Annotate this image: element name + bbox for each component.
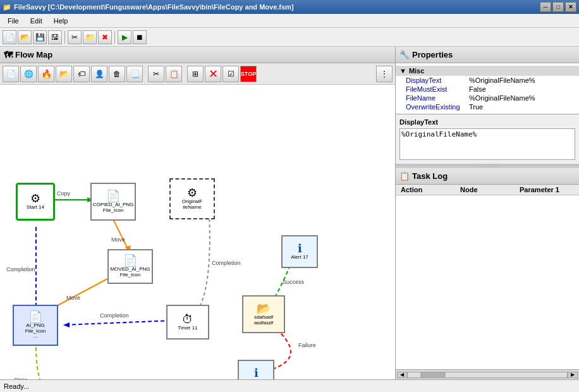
status-text: Ready... [4,383,29,390]
node-start14[interactable]: ⚙ Start 14 [16,183,55,221]
node-alert17-top[interactable]: ℹ Alert 17 [281,235,318,268]
props-key-overwrite[interactable]: OverwriteExisting [406,103,469,111]
node-ai-png[interactable]: 📄 AI_PNGFile_Icon... [13,305,58,346]
flow-trash-btn[interactable]: 🗑 [109,66,125,82]
menu-help[interactable]: Help [49,16,73,26]
tasklog-table[interactable]: Action Node Parameter 1 [396,185,579,369]
tasklog-header: 📋 Task Log [396,168,579,185]
tasklog-col-param1: Parameter 1 [517,186,576,193]
flow-check-btn[interactable]: ☑ [222,66,239,82]
flow-tag-btn[interactable]: 🏷 [73,66,90,82]
minimize-button[interactable]: ─ [540,2,551,12]
flow-cut-btn[interactable]: ✂ [148,66,164,82]
properties-header: 🔧 Properties [396,47,579,63]
run-button[interactable]: ▶ [118,30,131,44]
display-text-label: DisplayText [399,117,575,127]
scroll-right-btn[interactable]: ▶ [568,372,578,378]
props-collapse-icon[interactable]: ▼ [399,67,406,75]
delete-button[interactable]: ✖ [98,30,112,44]
save-button[interactable]: 💾 [33,30,47,44]
node-copied-ai-label: COPIED_AI_PNGFile_Icon [93,202,133,214]
svg-text:Completion: Completion [100,312,129,319]
tasklog-header-row: Action Node Parameter 1 [396,185,579,195]
flow-person-btn[interactable]: 👤 [91,66,107,82]
tasklog-icon: 📋 [399,171,410,181]
maximize-button[interactable]: □ [552,2,564,12]
properties-content: ▼ Misc DisplayText %OriginalFileName% Fi… [396,63,579,114]
main-toolbar: 📄 📂 💾 🖫 ✂ 📁 ✖ ▶ ⏹ [0,28,579,47]
window-title: FileSavvy [C:\Development\Fungusware\App… [14,3,294,11]
tasklog-scrollbar[interactable]: ◀ ▶ [396,369,579,379]
node-timer11-icon: ⏱ [182,314,193,325]
tasklog-col-action: Action [398,186,458,193]
node-sdafsadf[interactable]: 📂 sdafsadfasdfasdf [242,295,285,333]
title-bar: 📁 FileSavvy [C:\Development\Fungusware\A… [0,0,579,14]
svg-text:Move: Move [66,295,80,301]
scrollbar-track[interactable] [407,372,568,378]
node-start14-label: Start 14 [27,205,44,211]
node-start14-icon: ⚙ [30,193,40,204]
svg-text:Copy: Copy [57,190,71,197]
node-originalfilename-top[interactable]: ⚙ OriginalFileName [169,178,215,219]
menu-file[interactable]: File [3,16,24,26]
node-originalfilename-top-label: OriginalFileName [182,199,202,211]
menu-edit[interactable]: Edit [25,16,47,26]
node-timer11[interactable]: ⏱ Timer 11 [166,305,209,340]
flow-new-btn[interactable]: 📄 [3,66,19,82]
props-val-filename: %OriginalFileName% [469,94,535,102]
node-copied-ai-icon: 📄 [106,190,120,202]
node-alert17-bot-icon: ℹ [254,367,259,379]
display-text-input[interactable]: %OriginalFileName% [399,128,575,160]
scroll-left-btn[interactable]: ◀ [397,372,407,378]
scrollbar-thumb[interactable] [420,372,446,377]
props-key-fileexist[interactable]: FileMustExist [406,85,469,93]
flow-canvas[interactable]: Completion Copy Move Move Completion [0,85,395,379]
svg-text:Store: Store [14,377,28,379]
props-section-label: Misc [409,67,424,75]
flow-header: 🗺 Flow Map [0,47,395,63]
close-button[interactable]: ✕ [565,2,576,12]
props-val-displaytext: %OriginalFileName% [469,77,535,84]
props-misc-header: ▼ Misc [396,66,579,76]
node-sdafsadf-icon: 📂 [257,303,271,314]
svg-text:Completion: Completion [6,266,35,273]
node-moved-ai-label: MOVED_AI_PNGFile_Icon [110,267,150,278]
props-row-displaytext: DisplayText %OriginalFileName% [396,76,579,85]
window-controls: ─ □ ✕ [540,2,576,12]
flow-fire-btn[interactable]: 🔥 [38,66,54,82]
new-button[interactable]: 📄 [3,30,16,44]
open-button[interactable]: 📂 [18,30,32,44]
open-folder-button[interactable]: 📁 [83,30,97,44]
flow-scroll-btn[interactable]: ⋮ [376,66,393,82]
flow-cross-btn[interactable]: ✕ [205,66,221,82]
flow-doc-btn[interactable]: 📃 [126,66,143,82]
right-panel: 🔧 Properties ▼ Misc DisplayText %Origina… [396,47,579,379]
properties-icon: 🔧 [399,50,410,59]
saveas-button[interactable]: 🖫 [48,30,62,44]
app-icon: 📁 [3,3,11,11]
flow-header-title: Flow Map [15,50,52,59]
flow-grid-btn[interactable]: ⊞ [187,66,204,82]
props-row-fileexist: FileMustExist False [396,85,579,94]
node-moved-ai-icon: 📄 [123,255,137,266]
node-ai-png-label: AI_PNGFile_Icon... [25,323,46,340]
node-alert17-bot[interactable]: ℹ Alert 17 [238,360,274,379]
properties-title: Properties [412,50,453,59]
svg-text:Completion: Completion [212,260,241,266]
flow-folder-btn[interactable]: 📂 [56,66,72,82]
flow-stop-btn[interactable]: STOP [240,66,257,82]
props-key-displaytext[interactable]: DisplayText [406,77,469,84]
node-originalfilename-top-icon: ⚙ [187,187,197,199]
flow-copy-btn[interactable]: 📋 [166,66,182,82]
svg-text:Move: Move [111,236,125,243]
node-copied-ai[interactable]: 📄 COPIED_AI_PNGFile_Icon [90,183,136,221]
node-sdafsadf-label: sdafsadfasdfasdf [254,315,273,326]
svg-text:Failure: Failure [298,342,316,348]
svg-text:Success: Success [283,279,305,285]
node-moved-ai[interactable]: 📄 MOVED_AI_PNGFile_Icon [107,249,153,284]
cut-button[interactable]: ✂ [68,30,82,44]
flow-globe-btn[interactable]: 🌐 [20,66,37,82]
node-alert17-top-icon: ℹ [298,243,302,254]
stop-button[interactable]: ⏹ [133,30,147,44]
props-key-filename[interactable]: FileName [406,94,469,102]
